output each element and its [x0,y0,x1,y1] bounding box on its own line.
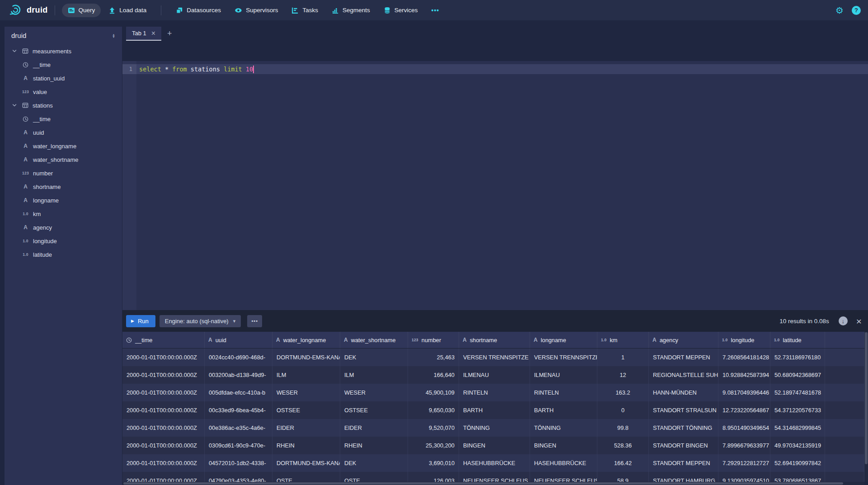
cell-longitude[interactable]: 9.1309035974510 [718,472,770,482]
cell-uuid[interactable]: 003200ab-d138-49d9- [205,366,272,384]
column-header-shortname[interactable]: Ashortname [459,332,530,348]
cell-km[interactable]: 58.9 [597,472,649,482]
column-header-latitude[interactable]: 1.0latitude [770,332,825,348]
cell-__time[interactable]: 2000-01-01T00:00:00.000Z [122,454,205,472]
cell-km[interactable]: 163.2 [597,384,649,401]
cell-__time[interactable]: 2000-01-01T00:00:00.000Z [122,401,205,419]
cell-longname[interactable]: NEUENSEER SCHLEUS [530,472,597,482]
cell-water_shortname[interactable]: DEK [340,454,408,472]
sidebar-column-water_longname[interactable]: Awater_longname [5,139,122,153]
sidebar-column-value[interactable]: 123value [5,85,122,99]
cell-longitude[interactable]: 10.928842587394 [718,366,770,384]
cell-filler[interactable] [825,472,864,482]
cell-latitude[interactable]: 54.314682999845 [770,419,825,437]
cell-water_longname[interactable]: WESER [272,384,340,401]
sidebar-column-km[interactable]: 1.0km [5,207,122,221]
sidebar-column-latitude[interactable]: 1.0latitude [5,248,122,261]
cell-shortname[interactable]: RINTELN [459,384,530,401]
sidebar-column-__time[interactable]: __time [5,58,122,71]
cell-longitude[interactable]: 7.8996679633977 [718,437,770,454]
cell-shortname[interactable]: TÖNNING [459,419,530,437]
column-header-water_longname[interactable]: Awater_longname [272,332,340,348]
cell-filler[interactable] [825,401,864,419]
sidebar-table-stations[interactable]: stations [5,99,122,112]
cell-km[interactable]: 528.36 [597,437,649,454]
cell-uuid[interactable]: 0024cc40-d690-468d- [205,348,272,366]
column-header-number[interactable]: 123number [408,332,459,348]
tab-close-icon[interactable]: × [151,30,155,37]
cell-longname[interactable]: RINTELN [530,384,597,401]
cell-longitude[interactable]: 8.9501490349654 [718,419,770,437]
cell-uuid[interactable]: 04790e03-4353-4e80- [205,472,272,482]
cell-agency[interactable]: STANDORT TÖNNING [649,419,718,437]
nav-item-tasks[interactable]: Tasks [286,4,324,17]
cell-latitude[interactable]: 52.189747481678 [770,384,825,401]
cell-km[interactable]: 12 [597,366,649,384]
cell-shortname[interactable]: NEUENSEER SCHLEUS [459,472,530,482]
cell-water_longname[interactable]: DORTMUND-EMS-KANAL [272,454,340,472]
cell-longitude[interactable]: 7.2608564181428 [718,348,770,366]
cell-uuid[interactable]: 04572010-1db2-4338- [205,454,272,472]
cell-__time[interactable]: 2000-01-01T00:00:00.000Z [122,419,205,437]
cell-agency[interactable]: STANDORT MEPPEN [649,348,718,366]
sidebar-column-water_shortname[interactable]: Awater_shortname [5,153,122,166]
column-header-water_shortname[interactable]: Awater_shortname [340,332,408,348]
new-tab-button[interactable]: + [161,27,178,41]
horizontal-scrollbar-thumb[interactable] [123,482,843,485]
cell-uuid[interactable]: 00e386ac-e35c-4a6e- [205,419,272,437]
sidebar-column-longname[interactable]: Alongname [5,193,122,207]
cell-longitude[interactable]: 9.0817049396446 [718,384,770,401]
nav-item-supervisors[interactable]: Supervisors [229,4,284,17]
cell-__time[interactable]: 2000-01-01T00:00:00.000Z [122,437,205,454]
cell-latitude[interactable]: 52.694190997842 [770,454,825,472]
cell-__time[interactable]: 2000-01-01T00:00:00.000Z [122,384,205,401]
cell-longitude[interactable]: 12.723220564867 [718,401,770,419]
cell-shortname[interactable]: HASEHUBBRÜCKE [459,454,530,472]
sidebar-column-agency[interactable]: Aagency [5,221,122,234]
cell-longname[interactable]: BARTH [530,401,597,419]
horizontal-scrollbar[interactable] [122,482,864,485]
cell-agency[interactable]: HANN-MÜNDEN [649,384,718,401]
cell-agency[interactable]: STANDORT BINGEN [649,437,718,454]
cell-km[interactable]: 0 [597,401,649,419]
nav-item-datasources[interactable]: Datasources [170,4,227,17]
cell-water_shortname[interactable]: OSTE [340,472,408,482]
gear-icon[interactable]: ⚙ [835,6,844,15]
cell-uuid[interactable]: 00c33ed9-6bea-45b4- [205,401,272,419]
cell-agency[interactable]: STANDORT MEPPEN [649,454,718,472]
cell-shortname[interactable]: VERSEN TRENNSPITZE [459,348,530,366]
cell-filler[interactable] [825,348,864,366]
cell-uuid[interactable]: 0309cd61-90c9-470e- [205,437,272,454]
cell-km[interactable]: 99.8 [597,419,649,437]
cell-latitude[interactable]: 49.970342135919 [770,437,825,454]
cell-longname[interactable]: BINGEN [530,437,597,454]
cell-water_longname[interactable]: DORTMUND-EMS-KANAL [272,348,340,366]
sidebar-table-measurements[interactable]: measurements [5,44,122,58]
engine-select[interactable]: Engine: auto (sql-native) ▾ [160,315,241,327]
column-header-agency[interactable]: Aagency [649,332,718,348]
vertical-scrollbar-thumb[interactable] [865,332,868,464]
cell-shortname[interactable]: BINGEN [459,437,530,454]
nav-item-services[interactable]: Services [378,4,424,17]
cell-filler[interactable] [825,419,864,437]
cell-uuid[interactable]: 005dfdae-efcc-410a-b [205,384,272,401]
cell-shortname[interactable]: ILMENAU [459,366,530,384]
cell-longname[interactable]: ILMENAU [530,366,597,384]
sidebar-column-longitude[interactable]: 1.0longitude [5,234,122,248]
cell-latitude[interactable]: 53.780686513867 [770,472,825,482]
sidebar-column-station_uuid[interactable]: Astation_uuid [5,71,122,85]
cell-water_shortname[interactable]: ILM [340,366,408,384]
cell-number[interactable]: 9,650,030 [408,401,459,419]
cell-__time[interactable]: 2000-01-01T00:00:00.000Z [122,366,205,384]
sidebar-column-number[interactable]: 123number [5,166,122,180]
cell-water_shortname[interactable]: EIDER [340,419,408,437]
cell-filler[interactable] [825,437,864,454]
cell-__time[interactable]: 2000-01-01T00:00:00.000Z [122,472,205,482]
column-header-km[interactable]: 1.0km [597,332,649,348]
cell-water_longname[interactable]: OSTE [272,472,340,482]
column-header-uuid[interactable]: Auuid [205,332,272,348]
sql-editor[interactable]: 1 select * from stations limit 10 [122,61,868,310]
cell-agency[interactable]: STANDORT HAMBURG [649,472,718,482]
double-caret-vertical-icon[interactable]: ▲▼ [112,33,115,38]
column-header-__time[interactable]: __time [122,332,205,348]
